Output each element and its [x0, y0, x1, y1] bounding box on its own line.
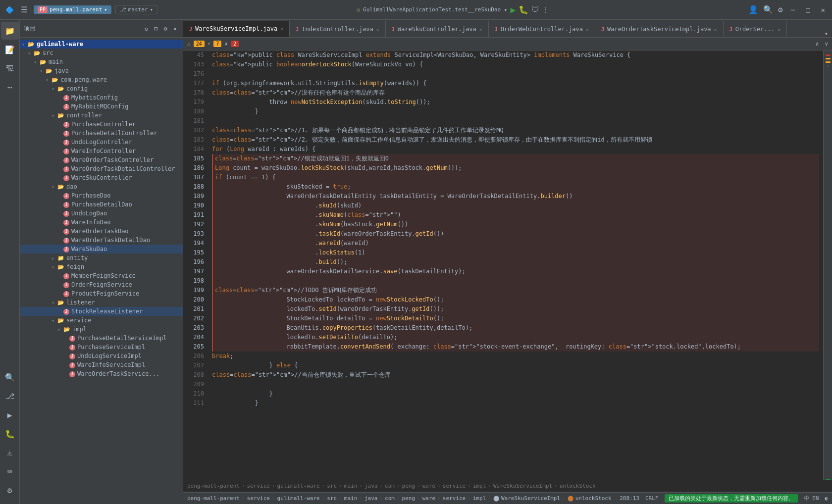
- breadcrumb-item[interactable]: peng: [402, 483, 416, 489]
- collapse-btn[interactable]: ⊟: [152, 24, 159, 33]
- tree-item[interactable]: J WareInfoServiceImpl: [20, 360, 183, 369]
- breadcrumb-item[interactable]: WareSkuServiceImpl: [493, 483, 552, 489]
- sidebar-icon-structure[interactable]: 🏗: [1, 59, 19, 77]
- code-area[interactable]: class="kw">public class WareSkuServiceIm…: [208, 50, 823, 480]
- tab-close-ware-sku-service[interactable]: ✕: [280, 26, 283, 32]
- tree-item[interactable]: J PurchaseServiceImpl: [20, 343, 183, 352]
- sidebar-icon-debug[interactable]: 🐛: [1, 425, 19, 443]
- tab-close-ware-order-task[interactable]: ✕: [714, 27, 717, 32]
- breadcrumb-item[interactable]: gulimall-ware: [277, 483, 320, 489]
- line-number: 197: [185, 267, 204, 276]
- code-line: WareOrderTaskDetailEntity taskDetailEnti…: [212, 192, 819, 201]
- sidebar-icon-run[interactable]: ▶: [1, 406, 19, 424]
- tree-item[interactable]: J ProductFeignService: [20, 289, 183, 298]
- tab-order-ser[interactable]: JOrderSer...✕: [724, 21, 787, 37]
- tree-item[interactable]: J PurchaseDao: [20, 191, 183, 200]
- tree-item[interactable]: ▾ 📂 config: [20, 84, 183, 93]
- sidebar-icon-terminal[interactable]: ⌨: [1, 462, 19, 480]
- coverage-button[interactable]: 🛡: [531, 5, 539, 14]
- tree-item[interactable]: J WareInfoDao: [20, 218, 183, 227]
- breadcrumb-item[interactable]: unlockStock: [560, 483, 596, 489]
- settings-button[interactable]: ⚙: [778, 5, 783, 14]
- close-button[interactable]: ✕: [818, 6, 828, 14]
- debug-button[interactable]: 🐛: [519, 5, 528, 14]
- tree-item[interactable]: J PurchaseDetailDao: [20, 200, 183, 209]
- chevron-down[interactable]: ∨: [825, 41, 828, 47]
- theme-toggle[interactable]: ◐: [825, 495, 828, 502]
- minimize-button[interactable]: ─: [788, 6, 798, 14]
- tree-item[interactable]: ▾ 📂 impl: [20, 325, 183, 334]
- tree-item[interactable]: J WareOrderTaskDao: [20, 227, 183, 236]
- tree-item[interactable]: ▾ 📂 gulimall-ware: [20, 40, 183, 49]
- tree-item[interactable]: J WareInfoController: [20, 147, 183, 155]
- tree-item[interactable]: J PurchaseDetailController: [20, 129, 183, 138]
- tree-item[interactable]: J UndoLogController: [20, 138, 183, 147]
- tree-item[interactable]: J MybatisConfig: [20, 93, 183, 102]
- tab-ware-order-task[interactable]: JWareOrderTaskServiceImpl.java✕: [595, 21, 724, 37]
- tab-order-web-controller[interactable]: JOrderWebController.java✕: [489, 21, 595, 37]
- tree-item[interactable]: ▾ 📂 controller: [20, 111, 183, 120]
- close-panel-btn[interactable]: ✕: [171, 24, 179, 33]
- tree-item[interactable]: J WareOrderTaskDetailDao: [20, 236, 183, 245]
- breadcrumb-item[interactable]: src: [327, 483, 337, 489]
- tree-item[interactable]: J WareOrderTaskDetailController: [20, 164, 183, 173]
- branch-badge[interactable]: ⎇ master ▾: [115, 5, 157, 14]
- tree-item[interactable]: ▾ 📂 java: [20, 66, 183, 75]
- maximize-button[interactable]: □: [803, 6, 813, 14]
- tab-more-button[interactable]: ▾: [821, 30, 832, 37]
- tree-item[interactable]: J PurchaseController: [20, 120, 183, 129]
- sidebar-icon-problems[interactable]: ⚠: [1, 444, 19, 461]
- tree-item[interactable]: J MemberFeignService: [20, 271, 183, 280]
- breadcrumb-item[interactable]: impl: [473, 483, 486, 489]
- sidebar-icon-project[interactable]: 📁: [1, 22, 19, 40]
- tree-item[interactable]: J UndoLogServiceImpl: [20, 352, 183, 360]
- tree-item[interactable]: J WareSkuDao: [20, 245, 183, 253]
- search-button[interactable]: 🔍: [763, 5, 773, 14]
- tree-item[interactable]: J StockReleaseListener: [20, 307, 183, 316]
- tab-close-ware-sku-controller[interactable]: ✕: [479, 27, 482, 32]
- sidebar-icon-git[interactable]: ⎇: [1, 387, 19, 405]
- tree-item[interactable]: ▾ 📂 service: [20, 316, 183, 325]
- tab-close-index-controller[interactable]: ✕: [376, 27, 379, 32]
- project-badge[interactable]: PP peng-mall-parent ▾: [34, 5, 111, 14]
- breadcrumb-item[interactable]: main: [344, 483, 358, 489]
- sidebar-icon-settings[interactable]: ⚙: [1, 481, 19, 499]
- sidebar-icon-search[interactable]: 🔍: [1, 368, 19, 386]
- breadcrumb-item[interactable]: service: [443, 483, 466, 489]
- tree-item[interactable]: J WareOrderTaskService...: [20, 369, 183, 378]
- tree-item[interactable]: J WareOrderTaskController: [20, 155, 183, 164]
- sidebar-icon-more[interactable]: ⋯: [1, 78, 19, 96]
- tree-item[interactable]: J UndoLogDao: [20, 209, 183, 218]
- tab-close-order-web-controller[interactable]: ✕: [586, 27, 589, 32]
- breadcrumb-item[interactable]: java: [364, 483, 378, 489]
- settings-btn[interactable]: ⚙: [162, 24, 169, 33]
- tree-item[interactable]: ▾ 📂 main: [20, 57, 183, 66]
- tree-item[interactable]: ▾ 📂 com.peng.ware: [20, 75, 183, 84]
- run-button[interactable]: ▶: [510, 4, 516, 15]
- tree-item[interactable]: J PurchaseDetailServiceImpl: [20, 334, 183, 343]
- tree-item[interactable]: ▾ 📂 src: [20, 49, 183, 57]
- tree-item[interactable]: ▸ 📁 entity: [20, 253, 183, 262]
- tree-item[interactable]: J MyRabbitMQConfig: [20, 102, 183, 111]
- lang-selector[interactable]: 中 EN: [804, 495, 819, 502]
- tab-index-controller[interactable]: JIndexController.java✕: [290, 21, 386, 37]
- sync-btn[interactable]: ↻: [143, 24, 150, 33]
- tree-item[interactable]: J OrderFeignService: [20, 280, 183, 289]
- sidebar-icon-commit[interactable]: 📝: [1, 41, 19, 58]
- tree-item[interactable]: ▾ 📂 dao: [20, 182, 183, 191]
- more-run-options[interactable]: ⋮: [542, 6, 549, 14]
- tab-close-order-ser[interactable]: ✕: [778, 27, 780, 32]
- breadcrumb-item[interactable]: ware: [422, 483, 436, 489]
- breadcrumb-item[interactable]: com: [385, 483, 395, 489]
- hamburger-menu[interactable]: ☰: [19, 3, 30, 16]
- chevron-up[interactable]: ∧: [816, 41, 819, 47]
- breadcrumb-item[interactable]: peng-mall-parent: [187, 483, 240, 489]
- user-icon[interactable]: 👤: [748, 5, 758, 14]
- breadcrumb: peng-mall-parent › service › gulimall-wa…: [183, 480, 832, 492]
- breadcrumb-item[interactable]: service: [247, 483, 270, 489]
- tab-ware-sku-controller[interactable]: JWareSkuController.java✕: [386, 21, 489, 37]
- tab-ware-sku-service[interactable]: JWareSkuServiceImpl.java✕: [183, 21, 290, 37]
- tree-item[interactable]: ▾ 📂 feign: [20, 262, 183, 271]
- tree-item[interactable]: ▾ 📂 listener: [20, 298, 183, 307]
- tree-item[interactable]: J WareSkuController: [20, 173, 183, 182]
